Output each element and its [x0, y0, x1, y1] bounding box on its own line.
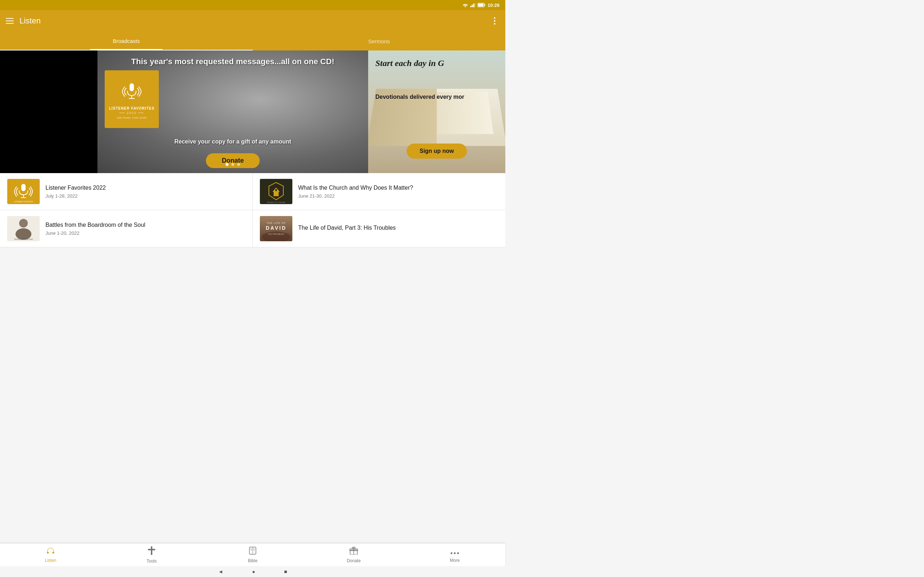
content-info: The Life of David, Part 3: His Troubles [298, 224, 396, 233]
carousel-slide-2: Start each day in G Devotionals delivere… [368, 50, 505, 173]
list-item[interactable]: Sermons from the Soul Battles from the B… [0, 210, 253, 247]
content-thumbnail-listener-fav: LISTENER FAVORITES [7, 179, 40, 204]
carousel-dot-3[interactable] [237, 163, 240, 166]
carousel-right-title: Start each day in G [375, 58, 498, 69]
carousel-dot-2[interactable] [231, 163, 234, 166]
content-date: June 21-30, 2022 [298, 193, 413, 199]
more-vertical-icon[interactable]: ⋮ [490, 16, 499, 26]
status-time: 10:26 [488, 3, 499, 8]
svg-point-0 [465, 6, 465, 7]
content-info: Listener Favorites 2022 July 1-28, 2022 [45, 184, 106, 199]
list-item[interactable]: Stephen D. Gentile What Is the Church an… [253, 173, 505, 210]
thumb-mic-icon: LISTENER FAVORITES [11, 179, 36, 204]
tab-broadcasts[interactable]: Broadcasts [0, 32, 253, 50]
content-thumbnail-boardroom: Sermons from the Soul [7, 216, 40, 241]
content-title: What Is the Church and Why Does It Matte… [298, 184, 413, 192]
svg-text:Stephen D. Gentile: Stephen D. Gentile [267, 201, 286, 203]
wifi-icon [462, 3, 468, 7]
carousel-dot-1[interactable] [226, 163, 228, 166]
carousel-right-subtitle: Devotionals delivered every mor [375, 94, 498, 100]
mic-svg-icon [121, 79, 142, 104]
svg-rect-12 [21, 184, 26, 191]
svg-text:LISTENER FAVORITES: LISTENER FAVORITES [14, 200, 33, 203]
content-title: The Life of David, Part 3: His Troubles [298, 224, 396, 232]
tab-sermons[interactable]: Sermons [253, 32, 505, 50]
svg-rect-3 [473, 3, 474, 7]
svg-rect-6 [485, 4, 485, 6]
content-info: Battles from the Boardroom of the Soul J… [45, 221, 145, 236]
app-title: Listen [19, 16, 490, 26]
signup-button[interactable]: Sign up now [406, 143, 467, 159]
svg-rect-4 [475, 3, 475, 7]
church-badge-icon: Stephen D. Gentile [260, 179, 292, 204]
content-date: July 1-28, 2022 [45, 193, 106, 199]
svg-rect-2 [472, 5, 473, 7]
content-title: Battles from the Boardroom of the Soul [45, 221, 145, 229]
content-grid: LISTENER FAVORITES Listener Favorites 20… [0, 173, 505, 247]
boardroom-icon: Sermons from the Soul [7, 216, 40, 241]
signal-icon [470, 3, 475, 7]
svg-rect-19 [275, 189, 277, 191]
status-bar: 10:26 [0, 0, 505, 10]
album-art-title: LISTENER FAVORITES [109, 106, 155, 110]
tab-bar: Broadcasts Sermons [0, 32, 505, 50]
album-art: LISTENER FAVORITES ••• 2022 ••• with Pas… [105, 70, 159, 128]
album-art-year: ••• 2022 ••• [120, 111, 144, 115]
carousel-left-black [0, 50, 97, 173]
list-item[interactable]: THE LIFE OF DAVID HIS TROUBLES The Life … [253, 210, 505, 247]
svg-point-22 [19, 219, 28, 227]
carousel-dots [226, 163, 240, 166]
content-thumbnail-church: Stephen D. Gentile [260, 179, 292, 204]
svg-rect-7 [478, 4, 483, 6]
carousel: This year's most requested messages...al… [0, 50, 505, 173]
carousel-slide-1: This year's most requested messages...al… [97, 50, 368, 173]
status-icons: 10:26 [462, 3, 499, 8]
content-title: Listener Favorites 2022 [45, 184, 106, 192]
carousel-cta-text: Receive your copy for a gift of any amou… [97, 139, 368, 145]
hamburger-icon[interactable] [6, 18, 14, 24]
content-date: June 1-20, 2022 [45, 230, 145, 236]
svg-text:Sermons from the Soul: Sermons from the Soul [14, 238, 32, 240]
app-bar: Listen ⋮ [0, 10, 505, 32]
svg-text:DAVID: DAVID [266, 225, 287, 231]
battery-icon [478, 3, 485, 7]
content-thumbnail-david: THE LIFE OF DAVID HIS TROUBLES [260, 216, 292, 241]
svg-rect-8 [129, 83, 134, 91]
svg-text:THE LIFE OF: THE LIFE OF [267, 222, 286, 224]
svg-rect-1 [470, 6, 472, 7]
content-info: What Is the Church and Why Does It Matte… [298, 184, 413, 199]
carousel-headline: This year's most requested messages...al… [97, 57, 368, 66]
list-item[interactable]: LISTENER FAVORITES Listener Favorites 20… [0, 173, 253, 210]
album-art-subtitle: with Pastor Colin Smith [117, 116, 147, 119]
svg-text:HIS TROUBLES: HIS TROUBLES [268, 233, 284, 235]
david-icon: THE LIFE OF DAVID HIS TROUBLES [260, 216, 292, 241]
